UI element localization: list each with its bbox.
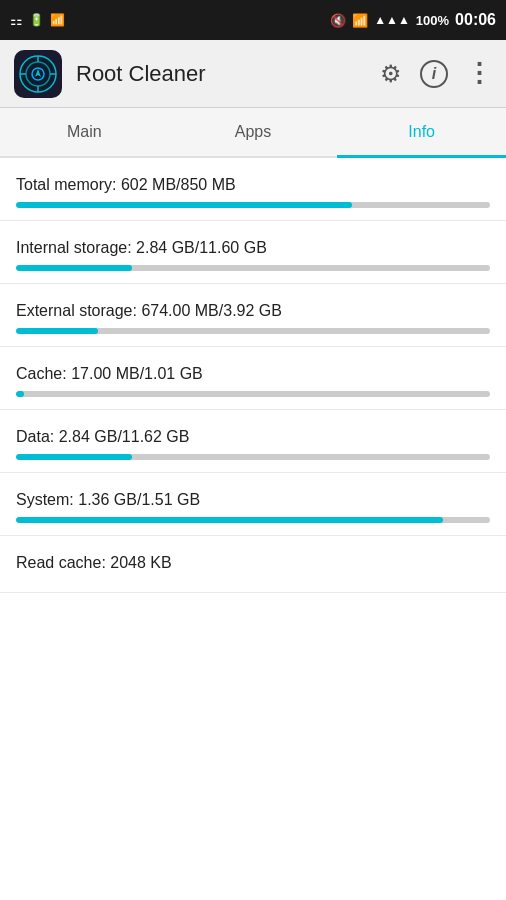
status-bar-right: 🔇 📶 ▲▲▲ 100% 00:06 [330,11,496,29]
app-header: Root Cleaner ⚙ i ⋮ [0,40,506,108]
tab-bar: Main Apps Info [0,108,506,158]
progress-bar-container [16,328,490,334]
info-content: Total memory: 602 MB/850 MBInternal stor… [0,158,506,900]
battery-small-icon: 🔋 [29,13,44,27]
progress-bar-fill [16,328,98,334]
progress-bar-container [16,202,490,208]
info-row-label: Total memory: 602 MB/850 MB [16,176,490,194]
battery-icon: 100% [416,13,449,28]
app-title: Root Cleaner [76,61,380,87]
app-icon [14,50,62,98]
cellular-icon: ▲▲▲ [374,13,410,27]
progress-bar-fill [16,391,24,397]
info-row: Data: 2.84 GB/11.62 GB [0,410,506,473]
info-row-label: Read cache: 2048 KB [16,554,490,572]
info-row-label: System: 1.36 GB/1.51 GB [16,491,490,509]
progress-bar-fill [16,265,132,271]
progress-bar-container [16,265,490,271]
info-row: System: 1.36 GB/1.51 GB [0,473,506,536]
signal-icon: 📶 [50,13,65,27]
mute-icon: 🔇 [330,13,346,28]
info-row: Cache: 17.00 MB/1.01 GB [0,347,506,410]
usb-icon: ⚏ [10,12,23,28]
progress-bar-container [16,454,490,460]
tab-apps[interactable]: Apps [169,108,338,158]
progress-bar-fill [16,202,352,208]
info-row-label: External storage: 674.00 MB/3.92 GB [16,302,490,320]
info-row: Read cache: 2048 KB [0,536,506,593]
settings-icon[interactable]: ⚙ [380,60,402,88]
progress-bar-container [16,517,490,523]
tab-info[interactable]: Info [337,108,506,158]
status-bar-left: ⚏ 🔋 📶 [10,12,65,28]
more-options-icon[interactable]: ⋮ [466,58,492,89]
info-row: External storage: 674.00 MB/3.92 GB [0,284,506,347]
wifi-icon: 📶 [352,13,368,28]
progress-bar-fill [16,517,443,523]
info-icon[interactable]: i [420,60,448,88]
info-row: Internal storage: 2.84 GB/11.60 GB [0,221,506,284]
info-row: Total memory: 602 MB/850 MB [0,158,506,221]
info-row-label: Data: 2.84 GB/11.62 GB [16,428,490,446]
info-row-label: Cache: 17.00 MB/1.01 GB [16,365,490,383]
progress-bar-fill [16,454,132,460]
tab-main[interactable]: Main [0,108,169,158]
header-icons: ⚙ i ⋮ [380,58,492,89]
time-display: 00:06 [455,11,496,29]
info-row-label: Internal storage: 2.84 GB/11.60 GB [16,239,490,257]
status-bar: ⚏ 🔋 📶 🔇 📶 ▲▲▲ 100% 00:06 [0,0,506,40]
progress-bar-container [16,391,490,397]
